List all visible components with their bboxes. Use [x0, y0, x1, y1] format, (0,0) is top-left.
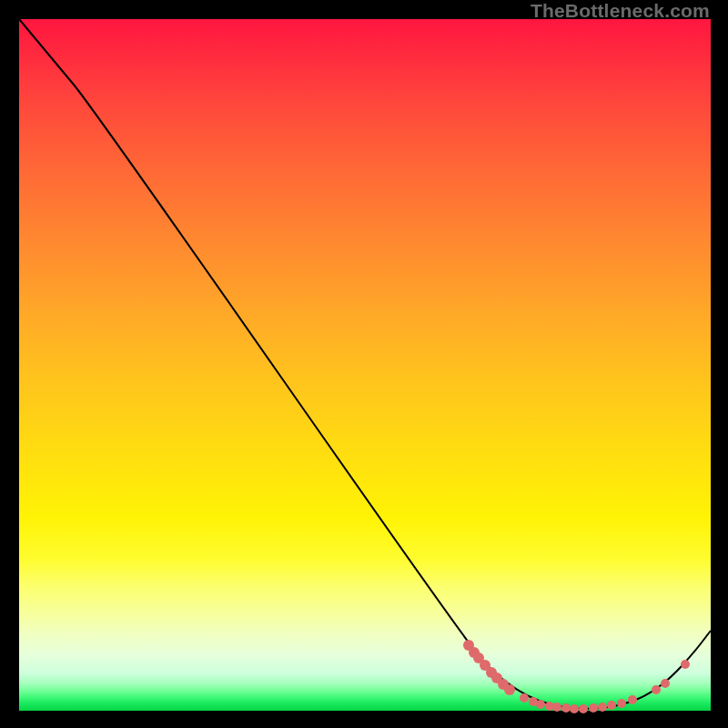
- curve-marker: [520, 693, 529, 703]
- curve-marker: [617, 699, 626, 708]
- chart-stage: TheBottleneck.com: [0, 0, 728, 728]
- curve-marker: [607, 701, 616, 710]
- marker-group: [463, 640, 690, 713]
- curve-marker: [570, 704, 579, 713]
- curve-marker: [561, 703, 571, 713]
- curve-marker: [579, 704, 588, 713]
- curve-marker: [652, 685, 661, 694]
- curve-marker: [536, 700, 545, 709]
- curve-marker: [628, 695, 637, 704]
- curve-marker: [589, 703, 598, 713]
- bottleneck-curve: [19, 19, 711, 709]
- curve-marker: [504, 684, 515, 695]
- watermark-text: TheBottleneck.com: [531, 0, 710, 22]
- curve-marker: [598, 703, 607, 712]
- curve-marker: [681, 660, 690, 669]
- curve-layer: [19, 19, 711, 711]
- curve-marker: [552, 703, 561, 712]
- plot-area: [19, 19, 711, 711]
- curve-marker: [661, 679, 670, 688]
